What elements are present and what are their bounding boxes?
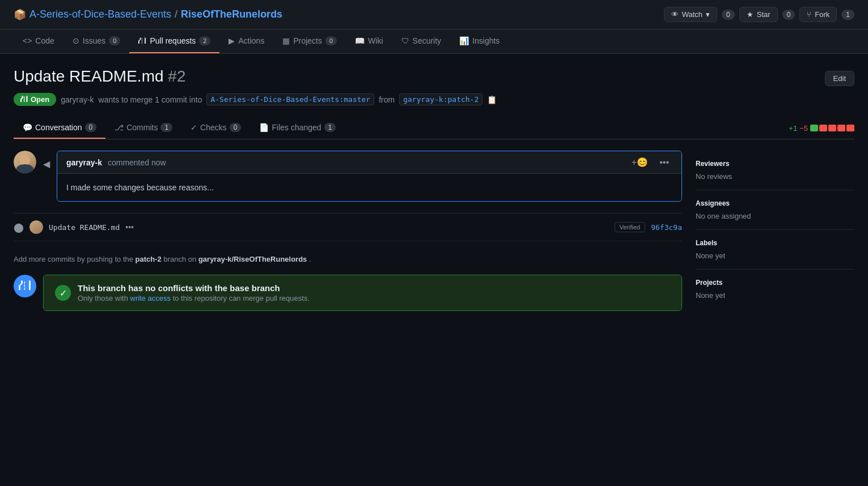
assignees-label: Assignees bbox=[696, 199, 854, 207]
tab-actions[interactable]: ▶ Actions bbox=[219, 29, 273, 53]
pr-layout: ◀ garyray-k commented now +😊 ••• I ma bbox=[14, 151, 854, 311]
merge-status-subtitle: Only those with write access to this rep… bbox=[78, 294, 310, 302]
conversation-icon: 💬 bbox=[23, 123, 32, 132]
top-actions: 👁 Watch ▾ 0 ★ Star 0 ⑂ Fork 1 bbox=[664, 7, 854, 22]
author-avatar bbox=[14, 151, 36, 173]
star-button[interactable]: ★ Star bbox=[739, 7, 778, 22]
commit-row: ⬤ Update README.md ••• Verified 96f3c9a bbox=[14, 213, 682, 241]
comment-arrow: ◀ bbox=[43, 159, 50, 169]
eye-icon: 👁 bbox=[671, 10, 679, 19]
tab-wiki-label: Wiki bbox=[368, 36, 383, 45]
diff-deletions: −5 bbox=[799, 124, 808, 133]
conversation-label: Conversation bbox=[35, 123, 82, 132]
diff-additions: +1 bbox=[789, 124, 797, 133]
pr-main: ◀ garyray-k commented now +😊 ••• I ma bbox=[14, 151, 682, 311]
inner-tabs: 💬 Conversation 0 ⎇ Commits 1 ✓ Checks 0 … bbox=[14, 117, 854, 139]
reviewers-label: Reviewers bbox=[696, 160, 854, 168]
merge-sub-prefix: Only those with bbox=[78, 294, 130, 302]
tab-pull-requests[interactable]: ⛙ Pull requests 2 bbox=[129, 29, 219, 53]
sidebar-reviewers: Reviewers No reviews bbox=[696, 151, 854, 190]
labels-value: None yet bbox=[696, 251, 854, 260]
merge-status-box: ✓ This branch has no conflicts with the … bbox=[43, 275, 682, 311]
avatar-face bbox=[14, 151, 36, 173]
code-icon: <> bbox=[23, 36, 32, 45]
fork-button[interactable]: ⑂ Fork bbox=[799, 7, 837, 22]
comment-box: garyray-k commented now +😊 ••• I made so… bbox=[57, 151, 682, 202]
org-link[interactable]: A-Series-of-Dice-Based-Events bbox=[29, 8, 171, 20]
push-note-period: . bbox=[309, 255, 311, 263]
tab-projects[interactable]: ▦ Projects 0 bbox=[273, 29, 346, 53]
open-badge-label: Open bbox=[31, 95, 49, 104]
merge-status-text: This branch has no conflicts with the ba… bbox=[78, 283, 310, 302]
sidebar-labels: Labels None yet bbox=[696, 230, 854, 270]
tab-pr-label: Pull requests bbox=[150, 36, 196, 45]
inner-tab-files-changed[interactable]: 📄 Files changed 1 bbox=[250, 117, 345, 139]
comment-header-actions: +😊 ••• bbox=[628, 156, 672, 169]
diff-stats: +1 −5 bbox=[789, 124, 854, 133]
tab-issues[interactable]: ⊙ Issues 0 bbox=[63, 29, 130, 53]
insights-icon: 📊 bbox=[459, 36, 469, 45]
files-changed-count: 1 bbox=[324, 123, 336, 132]
pr-title: Update README.md #2 bbox=[14, 67, 185, 86]
commits-icon: ⎇ bbox=[115, 123, 124, 132]
tab-insights[interactable]: 📊 Insights bbox=[450, 29, 509, 53]
open-badge: ⛙ Open bbox=[14, 93, 56, 106]
push-branch: patch-2 bbox=[136, 255, 162, 263]
star-icon: ★ bbox=[747, 10, 753, 19]
tab-code[interactable]: <> Code bbox=[14, 29, 63, 53]
comment-author[interactable]: garyray-k bbox=[66, 158, 102, 167]
diff-block-3 bbox=[828, 125, 836, 131]
commit-hash[interactable]: 96f3c9a bbox=[651, 223, 682, 232]
merge-wrapper: ⛙ ✓ This branch has no conflicts with th… bbox=[14, 275, 682, 311]
write-access-link[interactable]: write access bbox=[130, 294, 171, 302]
inner-tab-commits[interactable]: ⎇ Commits 1 bbox=[105, 117, 181, 139]
main-content: Update README.md #2 Edit ⛙ Open garyray-… bbox=[0, 54, 868, 325]
star-label: Star bbox=[757, 10, 770, 19]
checks-icon: ✓ bbox=[190, 123, 197, 132]
actions-icon: ▶ bbox=[228, 36, 235, 45]
copy-branch-icon[interactable]: 📋 bbox=[487, 95, 497, 104]
chevron-down-icon: ▾ bbox=[706, 10, 710, 19]
pr-target-branch[interactable]: A-Series-of-Dice-Based-Events:master bbox=[206, 93, 374, 105]
star-count: 0 bbox=[782, 10, 795, 20]
commit-message[interactable]: Update README.md bbox=[49, 223, 120, 232]
issues-count: 0 bbox=[109, 36, 120, 45]
labels-label: Labels bbox=[696, 239, 854, 247]
pr-source-branch[interactable]: garyray-k:patch-2 bbox=[399, 93, 482, 105]
inner-tab-conversation[interactable]: 💬 Conversation 0 bbox=[14, 117, 105, 139]
tab-insights-label: Insights bbox=[472, 36, 499, 45]
pr-title-row: Update README.md #2 Edit bbox=[14, 67, 854, 86]
emoji-reaction-button[interactable]: +😊 bbox=[628, 156, 651, 169]
top-navigation: 📦 A-Series-of-Dice-Based-Events / RiseOf… bbox=[0, 0, 868, 29]
repo-name-link[interactable]: RiseOfTheRunelords bbox=[181, 8, 282, 20]
diff-block-5 bbox=[846, 125, 854, 131]
push-note-middle: branch on bbox=[163, 255, 198, 263]
edit-button[interactable]: Edit bbox=[825, 71, 854, 86]
tab-security[interactable]: 🛡 Security bbox=[392, 29, 451, 53]
merge-status-title: This branch has no conflicts with the ba… bbox=[78, 283, 310, 293]
checks-count: 0 bbox=[230, 123, 242, 132]
comment-more-options-button[interactable]: ••• bbox=[656, 156, 672, 169]
tab-wiki[interactable]: 📖 Wiki bbox=[346, 29, 392, 53]
merge-status-header: ✓ This branch has no conflicts with the … bbox=[44, 275, 681, 310]
verified-badge: Verified bbox=[615, 222, 646, 232]
watch-label: Watch bbox=[682, 10, 702, 19]
watch-button[interactable]: 👁 Watch ▾ bbox=[664, 7, 717, 22]
comment-body: I made some changes because reasons... bbox=[57, 174, 681, 201]
security-icon: 🛡 bbox=[401, 36, 409, 45]
projects-count: 0 bbox=[325, 36, 337, 45]
diff-blocks bbox=[810, 125, 854, 131]
sidebar-projects: Projects None yet bbox=[696, 270, 854, 309]
repo-title: 📦 A-Series-of-Dice-Based-Events / RiseOf… bbox=[14, 8, 282, 21]
diff-block-2 bbox=[819, 125, 827, 131]
commit-more-button[interactable]: ••• bbox=[125, 223, 134, 232]
inner-tab-checks[interactable]: ✓ Checks 0 bbox=[181, 117, 250, 139]
repo-sep: / bbox=[175, 8, 177, 20]
projects-icon: ▦ bbox=[282, 36, 290, 45]
merge-branch-icon: ⛙ bbox=[19, 279, 31, 293]
pr-meta: ⛙ Open garyray-k wants to merge 1 commit… bbox=[14, 93, 854, 106]
tab-code-label: Code bbox=[35, 36, 54, 45]
projects-value: None yet bbox=[696, 291, 854, 300]
pr-author: garyray-k bbox=[61, 95, 94, 104]
projects-label: Projects bbox=[696, 279, 854, 287]
